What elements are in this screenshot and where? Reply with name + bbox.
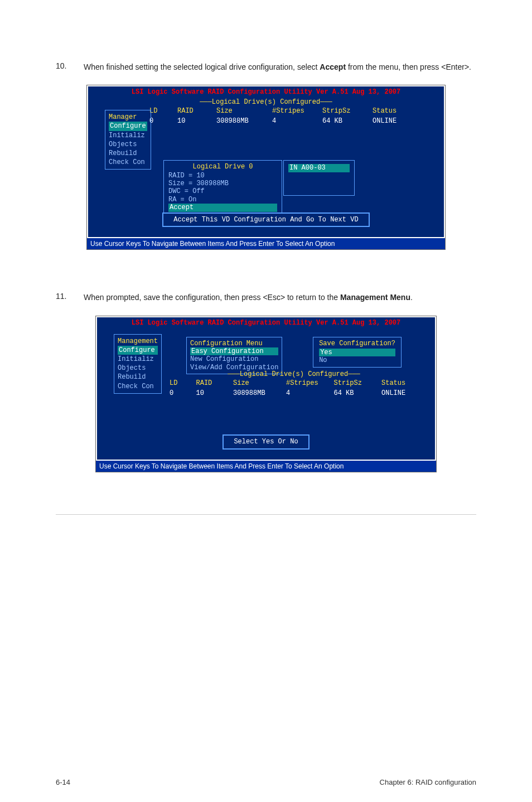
step-number: 11. xyxy=(56,292,84,303)
list-item[interactable]: New Configuration xyxy=(190,355,278,363)
no-option[interactable]: No xyxy=(319,356,395,364)
accept-vd-bar[interactable]: Accept This VD Configuration And Go To N… xyxy=(162,212,369,227)
screenshot-2: LSI Logic Software RAID Configuration Ut… xyxy=(95,316,437,472)
list-item[interactable]: Rebuild xyxy=(109,149,147,158)
step-text: When finished setting the selected logic… xyxy=(84,61,471,73)
grid-title: ———Logical Drive(s) Configured——— xyxy=(164,370,424,378)
footer-divider xyxy=(56,514,476,515)
step-11: 11. When prompted, save the configuratio… xyxy=(56,292,476,303)
list-item[interactable]: Configure xyxy=(109,122,147,131)
step-10: 10. When finished setting the selected l… xyxy=(56,61,476,73)
step-text: When prompted, save the configuration, t… xyxy=(84,292,413,303)
page-number: 6-14 xyxy=(56,778,70,786)
list-item[interactable]: Objects xyxy=(109,140,147,149)
select-yes-no-bar: Select Yes Or No xyxy=(223,434,309,449)
list-item[interactable]: RAID = 10 xyxy=(168,172,277,180)
list-item[interactable]: Manager xyxy=(109,113,147,122)
list-item[interactable]: Check Con xyxy=(109,158,147,167)
step-number: 10. xyxy=(56,61,84,73)
save-configuration-dialog[interactable]: Save Configuration? Yes No xyxy=(313,337,402,368)
list-item[interactable]: Configure xyxy=(118,346,158,355)
list-item[interactable]: Initializ xyxy=(109,131,147,140)
a00-box: IN A00-03 xyxy=(283,160,355,196)
table-row: 0 10 308988MB 4 64 KB ONLINE xyxy=(164,388,424,398)
list-item[interactable]: DWC = Off xyxy=(168,187,277,195)
list-item[interactable]: Easy Configuration xyxy=(190,347,278,355)
table-header: LD RAID Size #Stripes StripSz Status xyxy=(164,378,424,388)
status-bar: Use Cursor Keys To Navigate Between Item… xyxy=(96,461,436,472)
management-menu[interactable]: Manager Configure Initializ Objects Rebu… xyxy=(105,110,151,170)
grid-title: ———Logical Drive(s) Configured——— xyxy=(88,98,444,106)
configuration-menu[interactable]: Configuration Menu Easy Configuration Ne… xyxy=(186,337,282,375)
list-item[interactable]: Objects xyxy=(118,364,158,373)
page-footer: 6-14 Chapter 6: RAID configuration xyxy=(0,778,532,786)
list-item[interactable]: RA = On xyxy=(168,196,277,204)
chapter-label: Chapter 6: RAID configuration xyxy=(380,778,476,786)
list-item[interactable]: Check Con xyxy=(118,382,158,391)
bios-title: LSI Logic Software RAID Configuration Ut… xyxy=(88,86,444,98)
yes-option[interactable]: Yes xyxy=(319,349,395,356)
list-item[interactable]: Initializ xyxy=(118,355,158,364)
bios-title: LSI Logic Software RAID Configuration Ut… xyxy=(97,317,435,328)
list-item[interactable]: Rebuild xyxy=(118,373,158,381)
list-item[interactable]: Size = 308988MB xyxy=(168,180,277,187)
status-bar: Use Cursor Keys To Navigate Between Item… xyxy=(87,238,445,249)
screenshot-1: LSI Logic Software RAID Configuration Ut… xyxy=(86,85,446,250)
management-menu[interactable]: Management Configure Initializ Objects R… xyxy=(114,334,162,394)
list-item[interactable]: Management xyxy=(118,337,158,346)
